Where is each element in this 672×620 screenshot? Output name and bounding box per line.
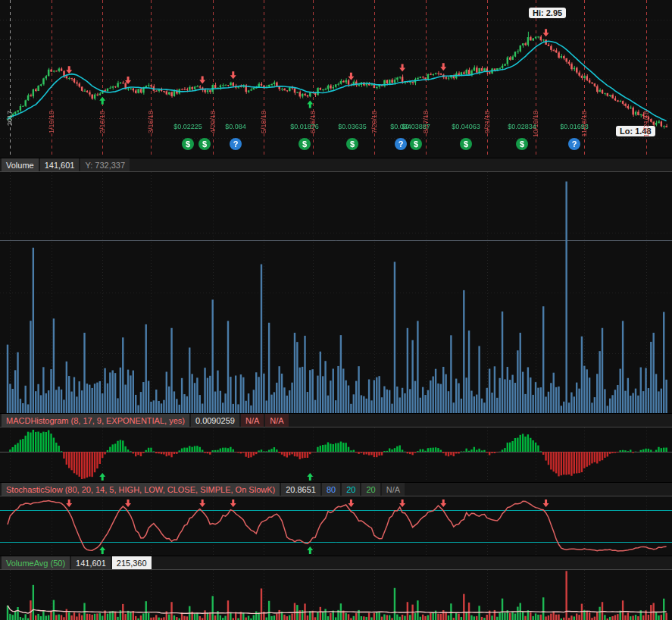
volumeavg-cursor-value: 215,360 (112, 556, 152, 569)
question-marker-icon[interactable]: ? (395, 138, 407, 150)
stochastic-panel (0, 496, 672, 556)
volumeavg-title[interactable]: VolumeAvg (50) (2, 556, 70, 569)
macd-chart-canvas[interactable] (0, 427, 672, 482)
volumeavg-chart-canvas[interactable] (0, 570, 672, 620)
stochastic-panel-header: StochasticSlow (80, 20, 14, 5, HIGH, LOW… (0, 482, 672, 496)
volume-panel-header: Volume 141,601 Y: 732,337 (0, 158, 672, 172)
dividend-marker-icon[interactable]: $ (298, 138, 311, 150)
stochastic-oversold-value: 20 (342, 483, 360, 496)
question-marker-icon[interactable]: ? (230, 138, 242, 150)
volume-cursor-y-value: Y: 732,337 (80, 158, 130, 171)
dividend-amount-label: $0.04063 (445, 123, 487, 130)
dividend-amount-label: $0.02225 (167, 123, 209, 130)
stochastic-current-value: 20.8651 (281, 483, 320, 496)
dividend-marker-icon[interactable]: $ (182, 138, 194, 150)
stochastic-na-value: N/A (382, 483, 405, 496)
macd-panel-header: MACDHistogram (8, 17, 9, EXPONENTIAL, ye… (0, 413, 672, 427)
volume-chart-canvas[interactable] (0, 172, 672, 413)
volume-current-value: 141,601 (40, 158, 80, 171)
volumeavg-current-value: 141,601 (71, 556, 111, 569)
macd-title[interactable]: MACDHistogram (8, 17, 9, EXPONENTIAL, ye… (2, 414, 189, 427)
date-label: 3/16/18 (147, 111, 155, 133)
macd-current-value: 0.0090259 (191, 414, 239, 427)
date-label: 2/16/18 (98, 111, 106, 133)
stochastic-d-value: 20 (361, 483, 380, 496)
macd-na-value-1: N/A (241, 414, 264, 427)
question-marker-icon[interactable]: ? (568, 138, 580, 150)
stochastic-title[interactable]: StochasticSlow (80, 20, 14, 5, HIGH, LOW… (2, 483, 280, 496)
dividend-marker-icon[interactable]: $ (346, 138, 358, 150)
volumeavg-panel-header: VolumeAvg (50) 141,601 215,360 (0, 556, 672, 570)
dividend-amount-label: $0.01876 (283, 123, 326, 130)
dividend-amount-label: $0.02834 (501, 123, 543, 130)
volume-title[interactable]: Volume (2, 158, 39, 171)
dividend-marker-icon[interactable]: $ (410, 138, 422, 150)
dividend-amount-label: $0.03635 (331, 123, 374, 130)
dividend-amount-label: $0.084 (214, 123, 257, 130)
dividend-marker-icon[interactable]: $ (516, 138, 528, 150)
dividend-marker-icon[interactable]: $ (198, 138, 211, 150)
date-label: 1/19/18 (48, 111, 55, 133)
macd-panel (0, 427, 672, 482)
date-label: 12/21/18 (642, 111, 650, 137)
high-price-label: Hi: 2.95 (529, 8, 566, 18)
volumeavg-panel (0, 570, 672, 620)
date-label: 5/18/18 (260, 111, 267, 133)
dividend-amount-label: $0.01693 (553, 123, 595, 130)
dividend-amount-label: $0.03887 (395, 123, 437, 130)
volume-panel (0, 172, 672, 413)
trading-chart-window: Hi: 2.95 Lo: 1.48 20171/19/182/16/183/16… (0, 0, 672, 620)
price-chart-canvas[interactable] (0, 0, 672, 158)
date-label: 2017 (6, 111, 14, 126)
stochastic-chart-canvas[interactable] (0, 496, 672, 556)
stochastic-overbought-value: 80 (322, 483, 340, 496)
macd-na-value-2: N/A (265, 414, 288, 427)
price-panel: Hi: 2.95 Lo: 1.48 20171/19/182/16/183/16… (0, 0, 672, 158)
dividend-marker-icon[interactable]: $ (460, 138, 472, 150)
